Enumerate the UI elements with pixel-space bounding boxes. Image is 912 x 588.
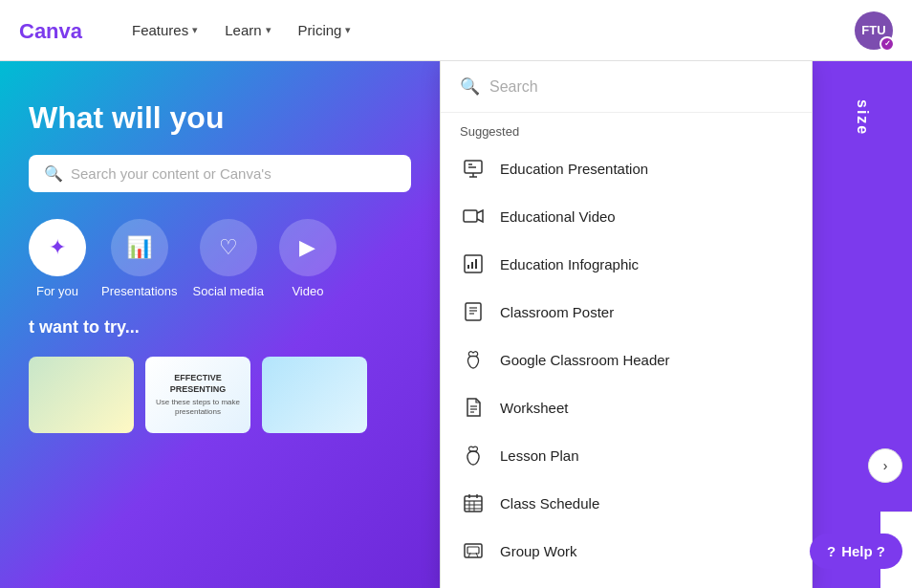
chevron-down-icon: ▾ <box>345 24 351 36</box>
thumbnails-row: EFFECTIVEPRESENTING Use these steps to m… <box>29 357 411 433</box>
chevron-down-icon: ▾ <box>192 24 198 36</box>
suggestion-education-presentation[interactable]: Education Presentation <box>441 144 812 192</box>
suggestions-list: Education Presentation Educational Video <box>441 144 812 588</box>
social-media-icon-circle: ♡ <box>200 219 257 276</box>
suggestion-worksheet[interactable]: Worksheet <box>441 383 812 431</box>
presentation-icon <box>460 155 487 182</box>
category-presentations[interactable]: 📊 Presentations <box>101 219 178 298</box>
suggestion-group-work[interactable]: Group Work <box>441 527 812 575</box>
search-input[interactable] <box>489 78 793 96</box>
nav-items: Features ▾ Learn ▾ Pricing ▾ <box>120 14 855 46</box>
custom-size-button[interactable]: ＋ Custom size <box>903 512 912 588</box>
group-work-icon <box>460 537 487 564</box>
category-video[interactable]: ▶ Video <box>279 219 337 298</box>
suggestion-lesson-plan[interactable]: Lesson Plan <box>441 431 812 479</box>
search-icon: 🔍 <box>44 164 63 183</box>
video-icon <box>460 203 487 229</box>
nav-learn[interactable]: Learn ▾ <box>213 14 282 46</box>
chevron-right-button[interactable]: › <box>868 448 902 483</box>
hero-title: What will you <box>29 99 411 136</box>
svg-rect-11 <box>466 303 481 320</box>
nav-pricing[interactable]: Pricing ▾ <box>287 14 363 46</box>
suggestion-google-classroom-header[interactable]: Google Classroom Header <box>441 336 812 383</box>
logo[interactable]: Canva <box>19 15 105 46</box>
nav-right: FTU ✓ <box>855 11 893 50</box>
svg-rect-6 <box>464 210 477 222</box>
suggestion-class-schedule[interactable]: Class Schedule <box>441 479 812 527</box>
worksheet-icon <box>460 394 487 421</box>
svg-rect-27 <box>467 547 479 554</box>
suggested-label: Suggested <box>441 113 812 144</box>
presentations-icon-circle: 📊 <box>111 219 168 276</box>
help-icon: ? <box>827 543 836 559</box>
suggestion-classroom-poster[interactable]: Classroom Poster <box>441 288 812 336</box>
category-social-media[interactable]: ♡ Social media <box>193 219 264 298</box>
video-icon-circle: ▶ <box>279 219 337 276</box>
suggestion-educational-video[interactable]: Educational Video <box>441 192 812 240</box>
help-button[interactable]: ? Help ? <box>810 534 902 569</box>
size-label: size <box>854 99 871 136</box>
svg-rect-18 <box>465 496 482 512</box>
nav-features[interactable]: Features ▾ <box>120 14 209 46</box>
search-placeholder-text: Search your content or Canva's <box>71 165 271 182</box>
schedule-icon <box>460 490 487 516</box>
apple-icon <box>460 346 487 373</box>
infographic-icon <box>460 250 487 277</box>
foryou-icon-circle: ✦ <box>29 219 86 276</box>
search-dropdown: 🔍 Suggested Education Presentation <box>440 61 813 588</box>
suggestion-education-infographic[interactable]: Education Infographic <box>441 240 812 288</box>
main-content: What will you 🔍 Search your content or C… <box>0 61 912 588</box>
chevron-right-icon: › <box>883 458 888 473</box>
search-box: 🔍 <box>441 61 812 113</box>
avatar-badge: ✓ <box>879 36 895 52</box>
thumbnail-2[interactable]: EFFECTIVEPRESENTING Use these steps to m… <box>145 357 250 433</box>
poster-icon <box>460 298 487 325</box>
thumbnail-3[interactable] <box>262 357 367 433</box>
category-icons: ✦ For you 📊 Presentations ♡ Social media… <box>29 219 411 298</box>
svg-text:Canva: Canva <box>19 19 83 43</box>
lesson-plan-icon <box>460 442 487 468</box>
section-label: t want to try... <box>29 317 411 338</box>
right-panel: size <box>813 61 912 588</box>
hero-search-bar[interactable]: 🔍 Search your content or Canva's <box>29 155 411 192</box>
hero-section: What will you 🔍 Search your content or C… <box>0 61 440 588</box>
search-icon: 🔍 <box>460 76 480 97</box>
thumbnail-1[interactable] <box>29 357 134 433</box>
navbar: Canva Features ▾ Learn ▾ Pricing ▾ FTU ✓ <box>0 0 912 61</box>
avatar[interactable]: FTU ✓ <box>855 11 893 50</box>
chevron-down-icon: ▾ <box>266 24 271 36</box>
category-foryou[interactable]: ✦ For you <box>29 219 86 298</box>
